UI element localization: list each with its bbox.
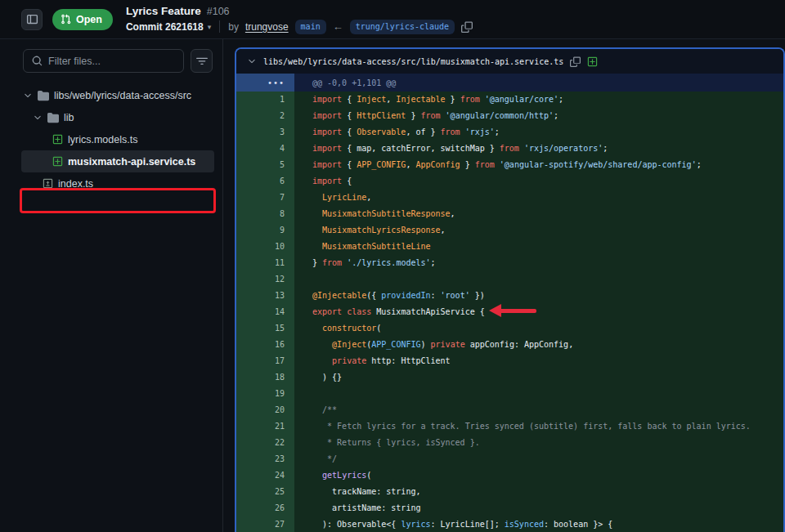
code-text: import { Observable, of } from 'rxjs'; — [294, 124, 500, 141]
line-number[interactable]: 4 — [236, 141, 294, 157]
tree-item-libs-web-lyrics-data-access-src[interactable]: libs/web/lyrics/data-access/src — [0, 84, 222, 106]
tree-item-musixmatch-api-service-ts[interactable]: musixmatch-api.service.ts — [21, 150, 214, 172]
chevron-down-icon[interactable]: ▾ — [208, 23, 212, 31]
line-number[interactable]: 12 — [236, 271, 294, 288]
expand-hunk-button[interactable]: ••• — [236, 74, 294, 92]
line-number[interactable]: 21 — [236, 418, 294, 435]
code-text: @Injectable({ providedIn: 'root' }) — [294, 288, 485, 304]
line-number[interactable]: 8 — [236, 206, 294, 222]
line-number[interactable]: 5 — [236, 157, 294, 173]
line-number[interactable]: 2 — [236, 108, 294, 124]
panel-left-icon — [26, 13, 38, 25]
filter-files-input[interactable] — [48, 56, 175, 67]
line-number[interactable]: 16 — [236, 337, 294, 353]
code-text: getLyrics( — [294, 467, 371, 484]
code-text: */ — [294, 451, 337, 467]
code-text: MusixmatchSubtitleLine — [294, 239, 431, 255]
line-number[interactable]: 10 — [236, 239, 294, 255]
tree-item-label: index.ts — [58, 178, 93, 190]
hunk-header-text: @@ -0,0 +1,101 @@ — [294, 74, 396, 92]
diff-card: libs/web/lyrics/data-access/src/lib/musi… — [235, 47, 785, 532]
pr-title-block: Lyrics Feature #106 Commit 2621618 ▾ by … — [126, 5, 473, 34]
code-line-12: 12 — [236, 271, 783, 288]
code-line-11: 11} from './lyrics.models'; — [236, 255, 783, 271]
filter-options-button[interactable] — [191, 49, 213, 73]
sidebar-toggle-button[interactable] — [21, 9, 43, 30]
code-line-27: 27 ): Observable<{ lyrics: LyricLine[]; … — [236, 516, 783, 532]
pr-number: #106 — [207, 6, 230, 17]
tree-item-lib[interactable]: lib — [0, 106, 222, 128]
line-number[interactable]: 6 — [236, 173, 294, 190]
code-line-10: 10 MusixmatchSubtitleLine — [236, 239, 783, 255]
code-line-26: 26 artistName: string — [236, 500, 783, 516]
code-text: * Returns { lyrics, isSynced }. — [294, 435, 480, 451]
line-number[interactable]: 23 — [236, 451, 294, 467]
line-number[interactable]: 19 — [236, 386, 294, 402]
line-number[interactable]: 1 — [236, 92, 294, 108]
hunk-header-row: ••• @@ -0,0 +1,101 @@ — [236, 74, 783, 92]
code-line-23: 23 */ — [236, 451, 783, 467]
code-text: import { map, catchError, switchMap } fr… — [294, 141, 608, 157]
tree-item-lyrics-models-ts[interactable]: lyrics.models.ts — [0, 128, 222, 150]
folder-icon — [47, 112, 59, 123]
line-number[interactable]: 15 — [236, 320, 294, 337]
line-number[interactable]: 18 — [236, 369, 294, 386]
merge-direction-arrow: ← — [333, 20, 343, 33]
code-text: constructor( — [294, 320, 381, 337]
tree-item-label: musixmatch-api.service.ts — [68, 156, 195, 168]
code-text: import { — [294, 173, 352, 190]
page-title: Lyrics Feature — [126, 5, 201, 17]
chevron-down-icon[interactable] — [23, 91, 33, 101]
code-line-21: 21 * Fetch lyrics for a track. Tries syn… — [236, 418, 783, 435]
pr-status-badge[interactable]: Open — [52, 9, 113, 30]
pr-status-label: Open — [76, 14, 102, 25]
file-tree: libs/web/lyrics/data-access/srcliblyrics… — [0, 84, 222, 194]
code-text: import { APP_CONFIG, AppConfig } from '@… — [294, 157, 702, 173]
code-text: } from './lyrics.models'; — [294, 255, 436, 271]
code-line-20: 20 /** — [236, 402, 783, 418]
line-number[interactable]: 11 — [236, 255, 294, 271]
filter-icon — [196, 56, 208, 67]
code-line-15: 15 constructor( — [236, 320, 783, 337]
folder-icon — [38, 90, 49, 101]
base-branch-badge[interactable]: main — [295, 20, 326, 34]
tree-item-label: lyrics.models.ts — [68, 134, 137, 145]
head-branch-badge[interactable]: trung/lyrics-claude — [350, 20, 455, 34]
line-number[interactable]: 20 — [236, 402, 294, 418]
code-text: export class MusixmatchApiService { — [294, 304, 485, 320]
line-number[interactable]: 27 — [236, 516, 294, 532]
chevron-down-icon[interactable] — [33, 113, 43, 123]
code-text: ): Observable<{ lyrics: LyricLine[]; isS… — [294, 516, 612, 532]
line-number[interactable]: 22 — [236, 435, 294, 451]
code-line-8: 8 MusixmatchSubtitleResponse, — [236, 206, 783, 222]
by-label: by — [228, 21, 239, 33]
filter-files-field[interactable] — [23, 49, 184, 73]
line-number[interactable]: 9 — [236, 222, 294, 239]
code-text: MusixmatchSubtitleResponse, — [294, 206, 455, 222]
line-number[interactable]: 26 — [236, 500, 294, 516]
code-text: * Fetch lyrics for a track. Tries synced… — [294, 418, 751, 435]
top-bar: Open Lyrics Feature #106 Commit 2621618 … — [0, 0, 785, 39]
divider — [219, 20, 220, 33]
author-link[interactable]: trungvose — [245, 21, 289, 33]
code-line-22: 22 * Returns { lyrics, isSynced }. — [236, 435, 783, 451]
line-number[interactable]: 24 — [236, 467, 294, 484]
code-text — [294, 271, 312, 288]
code-text: import { Inject, Injectable } from '@ang… — [294, 92, 563, 108]
commit-selector[interactable]: Commit 2621618 — [126, 21, 204, 33]
line-number[interactable]: 3 — [236, 124, 294, 141]
tree-item-index-ts[interactable]: index.ts — [0, 172, 222, 194]
code-line-7: 7 LyricLine, — [236, 190, 783, 206]
code-text: /** — [294, 402, 337, 418]
tree-item-label: libs/web/lyrics/data-access/src — [54, 90, 191, 101]
diff-code-lines: 1import { Inject, Injectable } from '@an… — [236, 92, 783, 532]
line-number[interactable]: 14 — [236, 304, 294, 320]
copy-branch-button[interactable] — [461, 21, 473, 33]
line-number[interactable]: 13 — [236, 288, 294, 304]
diff-file-path: libs/web/lyrics/data-access/src/lib/musi… — [263, 57, 563, 66]
line-number[interactable]: 17 — [236, 353, 294, 369]
line-number[interactable]: 25 — [236, 484, 294, 500]
line-number[interactable]: 7 — [236, 190, 294, 206]
collapse-file-chevron-icon[interactable] — [247, 56, 257, 66]
copy-path-button[interactable] — [570, 56, 581, 67]
